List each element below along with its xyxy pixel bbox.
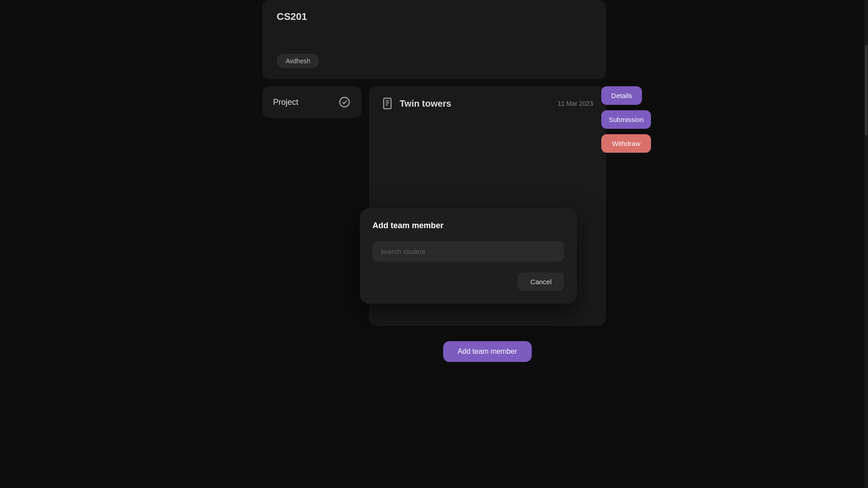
main-content: CS201 Avdhesh Project — [262, 0, 606, 326]
course-card: CS201 Avdhesh — [262, 0, 606, 79]
project-title-row: Twin towers — [382, 97, 451, 110]
project-header: Twin towers 11 Mar 2023 — [382, 97, 593, 110]
action-buttons: Details Submission Withdraw — [601, 86, 651, 153]
scrollbar-thumb — [865, 45, 868, 136]
project-date: 11 Mar 2023 — [557, 100, 593, 107]
project-main-card: Twin towers 11 Mar 2023 Details Submissi… — [369, 86, 606, 326]
search-student-input[interactable] — [373, 241, 564, 262]
project-sidebar[interactable]: Project — [262, 86, 362, 118]
add-team-member-modal: Add team member Cancel — [360, 208, 577, 304]
circle-check-icon — [338, 96, 351, 108]
submission-button[interactable]: Submission — [601, 110, 651, 129]
modal-actions: Cancel — [373, 272, 564, 291]
project-label: Project — [273, 98, 298, 107]
search-input-wrapper — [373, 241, 564, 262]
course-code: CS201 — [277, 11, 591, 23]
add-team-member-button[interactable]: Add team member — [443, 341, 532, 362]
project-section: Project Tw — [262, 86, 606, 326]
project-title: Twin towers — [400, 99, 451, 109]
cancel-button[interactable]: Cancel — [518, 272, 564, 291]
scrollbar[interactable] — [864, 0, 868, 488]
details-button[interactable]: Details — [601, 86, 642, 105]
withdraw-button[interactable]: Withdraw — [601, 134, 651, 153]
author-badge: Avdhesh — [277, 54, 319, 68]
page-container: CS201 Avdhesh Project — [0, 0, 868, 488]
document-icon — [382, 97, 394, 110]
modal-title: Add team member — [373, 221, 564, 230]
svg-point-0 — [340, 98, 349, 107]
